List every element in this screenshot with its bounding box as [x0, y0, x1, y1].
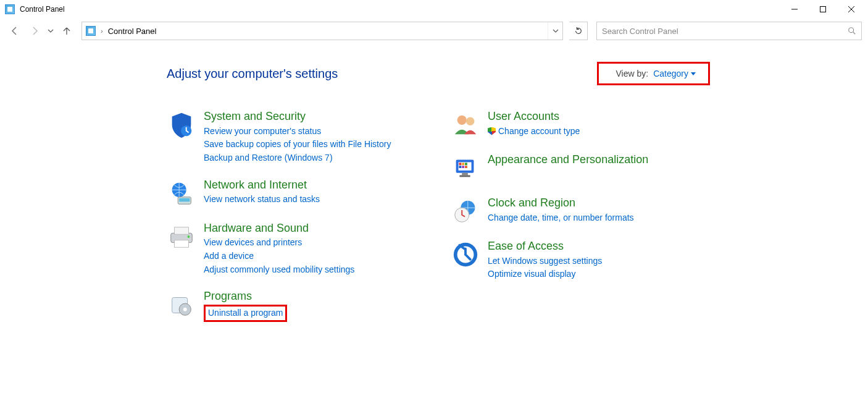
- link-optimize-display[interactable]: Optimize visual display: [488, 268, 602, 281]
- link-network-status[interactable]: View network status and tasks: [204, 193, 320, 206]
- category-title[interactable]: Hardware and Sound: [204, 222, 354, 235]
- view-by-dropdown[interactable]: Category: [653, 69, 696, 78]
- svg-point-17: [457, 116, 467, 125]
- refresh-button[interactable]: [569, 22, 588, 40]
- category-column-left: System and Security Review your computer…: [167, 110, 414, 336]
- link-add-device[interactable]: Add a device: [204, 250, 354, 263]
- link-devices-printers[interactable]: View devices and printers: [204, 236, 354, 250]
- category-title[interactable]: System and Security: [204, 110, 391, 124]
- content-area: Adjust your computer's settings View by:…: [0, 43, 868, 336]
- link-mobility-settings[interactable]: Adjust commonly used mobility settings: [204, 263, 354, 277]
- svg-rect-23: [465, 163, 467, 165]
- maximize-button[interactable]: [809, 0, 837, 19]
- link-date-time-formats[interactable]: Change date, time, or number formats: [488, 211, 634, 225]
- category-title[interactable]: Network and Internet: [204, 179, 320, 192]
- uninstall-highlight: Uninstall a program: [204, 305, 287, 322]
- page-title: Adjust your computer's settings: [167, 67, 338, 81]
- category-programs: Programs Uninstall a program: [167, 290, 414, 321]
- titlebar: Control Panel: [0, 0, 868, 19]
- link-file-history[interactable]: Save backup copies of your files with Fi…: [204, 138, 391, 151]
- category-title[interactable]: Appearance and Personalization: [488, 153, 648, 167]
- category-user-accounts: User Accounts Change account type: [451, 110, 698, 140]
- svg-rect-27: [462, 173, 468, 176]
- user-accounts-icon: [451, 110, 480, 140]
- link-change-account-type[interactable]: Change account type: [488, 125, 580, 138]
- search-icon: [848, 27, 856, 35]
- svg-line-5: [853, 32, 856, 35]
- category-title[interactable]: Ease of Access: [488, 240, 602, 253]
- up-button[interactable]: [58, 22, 75, 40]
- chevron-right-icon[interactable]: ›: [99, 27, 104, 35]
- view-by-label: View by:: [616, 69, 649, 78]
- svg-rect-28: [459, 176, 470, 177]
- address-history-dropdown[interactable]: [548, 22, 562, 40]
- chevron-down-icon: [691, 72, 696, 75]
- svg-rect-26: [465, 166, 467, 168]
- printer-icon: [167, 222, 196, 252]
- svg-rect-12: [175, 240, 189, 247]
- svg-point-4: [849, 28, 854, 33]
- svg-rect-24: [459, 166, 461, 168]
- link-uninstall-program[interactable]: Uninstall a program: [208, 308, 283, 318]
- svg-point-16: [183, 308, 187, 311]
- close-button[interactable]: [837, 0, 866, 19]
- link-review-status[interactable]: Review your computer's status: [204, 125, 391, 138]
- view-by-highlight: View by: Category: [597, 62, 710, 85]
- ease-of-access-icon: [451, 240, 480, 269]
- nav-toolbar: › Control Panel: [0, 19, 868, 43]
- svg-rect-21: [459, 163, 461, 165]
- svg-rect-9: [179, 198, 190, 201]
- link-backup-restore[interactable]: Backup and Restore (Windows 7): [204, 151, 391, 165]
- search-box[interactable]: [596, 22, 862, 40]
- category-network-internet: Network and Internet View network status…: [167, 179, 414, 208]
- search-input[interactable]: [602, 27, 848, 36]
- clock-globe-icon: [451, 197, 480, 226]
- svg-rect-22: [462, 163, 464, 165]
- category-ease-of-access: Ease of Access Let Windows suggest setti…: [451, 240, 698, 281]
- svg-point-18: [466, 117, 474, 125]
- minimize-button[interactable]: [780, 0, 809, 19]
- shield-icon: [167, 110, 196, 140]
- svg-rect-11: [175, 227, 189, 234]
- category-title[interactable]: User Accounts: [488, 110, 580, 124]
- category-title[interactable]: Clock and Region: [488, 197, 634, 210]
- view-by-value: Category: [653, 69, 688, 78]
- forward-button[interactable]: [26, 22, 43, 40]
- svg-point-13: [188, 235, 190, 238]
- link-suggest-settings[interactable]: Let Windows suggest settings: [488, 255, 602, 268]
- recent-locations-button[interactable]: [46, 22, 56, 40]
- category-appearance: Appearance and Personalization: [451, 153, 698, 183]
- programs-icon: [167, 290, 196, 319]
- control-panel-app-icon: [5, 4, 15, 14]
- breadcrumb-root[interactable]: Control Panel: [108, 27, 157, 36]
- globe-network-icon: [167, 179, 196, 208]
- control-panel-path-icon: [86, 26, 96, 36]
- category-hardware-sound: Hardware and Sound View devices and prin…: [167, 222, 414, 277]
- appearance-icon: [451, 153, 480, 183]
- category-column-right: User Accounts Change account type Appear…: [451, 110, 698, 336]
- category-title[interactable]: Programs: [204, 290, 287, 303]
- window-title: Control Panel: [20, 5, 65, 14]
- back-button[interactable]: [6, 22, 23, 40]
- category-system-security: System and Security Review your computer…: [167, 110, 414, 165]
- svg-rect-1: [820, 7, 826, 12]
- svg-rect-25: [462, 166, 464, 168]
- address-bar[interactable]: › Control Panel: [81, 22, 563, 40]
- category-clock-region: Clock and Region Change date, time, or n…: [451, 197, 698, 226]
